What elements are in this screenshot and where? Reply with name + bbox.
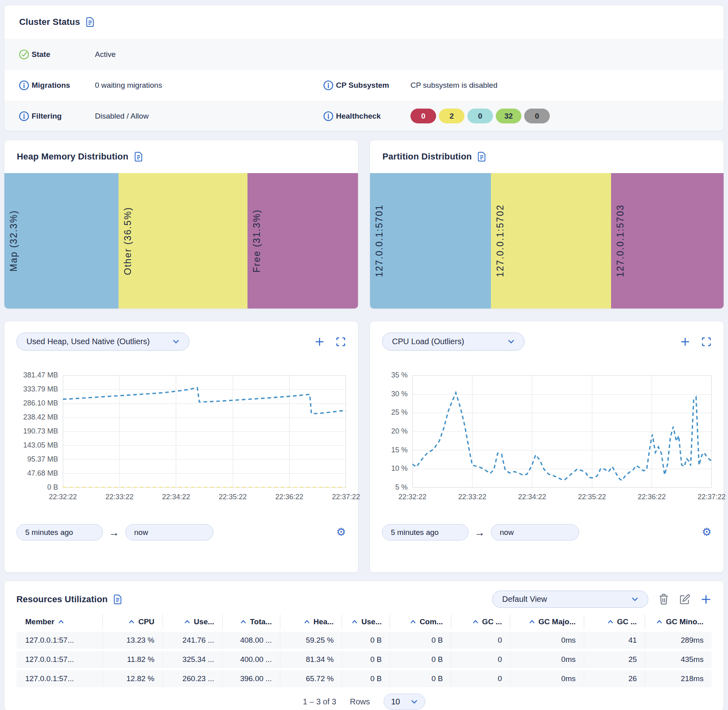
y-tick-label: 25 % — [391, 408, 408, 417]
sort-caret-icon — [129, 620, 135, 624]
y-tick-label: 333.79 MB — [23, 385, 58, 393]
document-icon[interactable] — [86, 17, 94, 27]
x-tick-label: 22:37:22 — [332, 493, 360, 501]
gear-icon[interactable]: ⚙ — [336, 527, 346, 538]
y-tick-label: 30 % — [391, 390, 408, 398]
healthcheck-badge[interactable]: 0 — [524, 109, 550, 123]
info-icon[interactable] — [323, 80, 336, 91]
column-label: GC Mino... — [666, 617, 704, 626]
table-cell: 289ms — [645, 632, 712, 649]
x-tick-label: 22:35:22 — [578, 493, 606, 501]
document-icon[interactable] — [114, 595, 122, 604]
segment-label: 127.0.0.1:5701 — [374, 204, 385, 277]
sort-caret-icon — [352, 620, 358, 624]
rows-per-page-dropdown[interactable]: 10 — [384, 694, 425, 710]
cluster-row-state: State Active — [4, 39, 724, 70]
column-label: CPU — [138, 617, 154, 626]
column-label: Tota... — [250, 617, 272, 626]
column-header-cpu[interactable]: CPU — [103, 614, 162, 629]
column-header-tota[interactable]: Tota... — [222, 614, 280, 629]
table-cell: 81.34 % — [280, 651, 342, 668]
fullscreen-icon[interactable] — [336, 337, 346, 347]
info-icon[interactable] — [19, 111, 32, 121]
column-header-gcmino[interactable]: GC Mino... — [645, 614, 712, 629]
cpu-load-plot[interactable] — [412, 375, 712, 488]
fullscreen-icon[interactable] — [701, 337, 712, 347]
column-header-com[interactable]: Com... — [390, 614, 451, 629]
column-header-use[interactable]: Use... — [342, 614, 390, 629]
time-from-input[interactable]: 5 minutes ago — [16, 524, 103, 541]
metric-selector-dropdown[interactable]: Used Heap, Used Native (Outliers) — [16, 333, 189, 351]
migrations-value: 0 waiting migrations — [95, 81, 323, 90]
healthcheck-badge[interactable]: 0 — [410, 109, 436, 123]
time-to-input[interactable]: now — [491, 524, 579, 541]
cluster-status-title: Cluster Status — [19, 17, 80, 27]
add-view-button[interactable] — [700, 594, 712, 605]
cp-subsystem-label: CP Subsystem — [336, 81, 410, 90]
table-row[interactable]: 127.0.0.1:57...12.82 %260.23 ...396.00 .… — [16, 670, 712, 687]
table-cell: 0 B — [390, 651, 451, 668]
column-header-gcmajo[interactable]: GC Majo... — [510, 614, 583, 629]
rows-per-page-value: 10 — [391, 697, 400, 706]
distribution-segment[interactable]: 127.0.0.1:5702 — [491, 173, 611, 309]
healthcheck-badge[interactable]: 32 — [496, 109, 521, 123]
y-tick-label: 47.68 MB — [27, 469, 58, 478]
distribution-segment[interactable]: Map (32.3%) — [4, 173, 119, 309]
y-tick-label: 381.47 MB — [23, 371, 58, 379]
used-heap-plot[interactable] — [63, 375, 346, 488]
add-chart-button[interactable] — [680, 337, 690, 347]
x-tick-label: 22:34:22 — [162, 493, 190, 501]
column-header-gc[interactable]: GC ... — [451, 614, 510, 629]
x-tick-label: 22:37:22 — [698, 493, 726, 501]
cpu-load-chart-card: CPU Load (Outliers) 35 %30 %25 %20 %15 %… — [370, 321, 724, 573]
info-icon[interactable] — [323, 111, 336, 121]
state-value: Active — [95, 50, 323, 59]
chevron-down-icon — [173, 339, 179, 344]
distribution-segment[interactable]: 127.0.0.1:5701 — [370, 173, 491, 309]
table-cell: 0 B — [390, 632, 451, 649]
sort-caret-icon — [607, 620, 613, 624]
edit-view-button[interactable] — [679, 594, 690, 605]
column-header-member[interactable]: Member — [16, 614, 103, 629]
x-axis-labels: 22:32:2222:33:2222:34:2222:35:2222:36:22… — [63, 493, 346, 503]
column-label: Hea... — [314, 617, 334, 626]
time-from-input[interactable]: 5 minutes ago — [382, 524, 469, 541]
heap-distribution-bar: Map (32.3%)Other (36.5%)Free (31.3%) — [4, 173, 358, 309]
sort-caret-icon — [529, 620, 535, 624]
metric-selector-dropdown[interactable]: CPU Load (Outliers) — [382, 333, 525, 351]
distribution-segment[interactable]: 127.0.0.1:5703 — [611, 173, 724, 309]
add-chart-button[interactable] — [314, 337, 325, 347]
table-row[interactable]: 127.0.0.1:57...11.82 %325.34 ...400.00 .… — [16, 651, 712, 668]
filtering-value: Disabled / Allow — [95, 112, 323, 121]
series-used-heap — [63, 387, 346, 413]
partition-distribution-bar: 127.0.0.1:5701127.0.0.1:5702127.0.0.1:57… — [370, 173, 724, 309]
check-circle-icon — [19, 49, 32, 60]
column-label: GC ... — [617, 617, 637, 626]
arrow-right-icon: → — [109, 527, 119, 538]
healthcheck-badge[interactable]: 0 — [467, 109, 493, 123]
document-icon[interactable] — [478, 152, 486, 161]
gear-icon[interactable]: ⚙ — [702, 527, 712, 538]
y-tick-label: 190.73 MB — [23, 427, 58, 436]
time-to-input[interactable]: now — [125, 524, 213, 541]
table-cell: 59.25 % — [280, 632, 342, 649]
resources-table: MemberCPUUse...Tota...Hea...Use...Com...… — [16, 614, 712, 687]
sort-caret-icon — [184, 620, 190, 624]
document-icon[interactable] — [135, 152, 143, 161]
distribution-segment[interactable]: Other (36.5%) — [119, 173, 247, 309]
column-header-gc[interactable]: GC ... — [584, 614, 645, 629]
x-tick-label: 22:36:22 — [638, 493, 666, 501]
column-header-hea[interactable]: Hea... — [280, 614, 342, 629]
delete-view-button[interactable] — [658, 593, 669, 605]
info-icon[interactable] — [19, 80, 32, 91]
column-header-use[interactable]: Use... — [163, 614, 222, 629]
heap-memory-distribution-card: Heap Memory Distribution Map (32.3%)Othe… — [4, 140, 358, 309]
healthcheck-badge[interactable]: 2 — [439, 109, 465, 123]
view-selector-dropdown[interactable]: Default View — [492, 591, 648, 608]
column-label: GC ... — [482, 617, 502, 626]
y-axis-labels: 35 %30 %25 %20 %15 %10 %5 % — [382, 375, 412, 488]
distribution-segment[interactable]: Free (31.3%) — [247, 173, 358, 309]
table-row[interactable]: 127.0.0.1:57...13.23 %241.76 ...408.00 .… — [16, 632, 712, 649]
table-cell: 0 — [451, 670, 510, 687]
table-cell: 65.72 % — [280, 670, 342, 687]
